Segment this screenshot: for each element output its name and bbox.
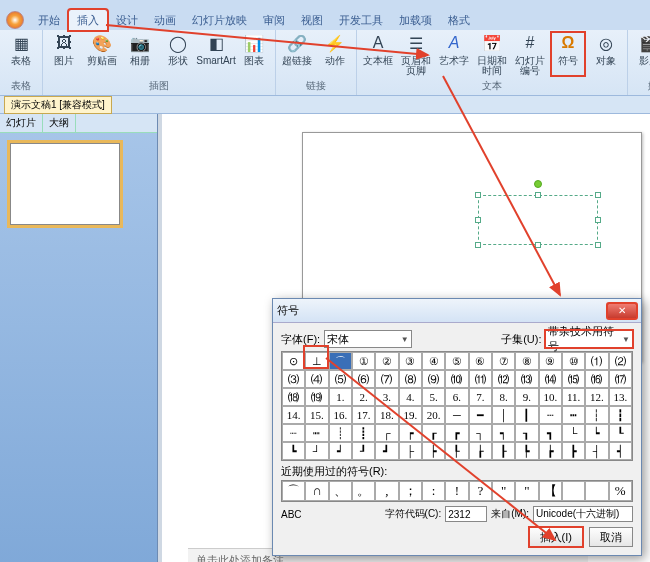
recent-symbol-cell[interactable]: " <box>515 481 538 501</box>
recent-symbol-cell[interactable] <box>585 481 608 501</box>
ribbon-action[interactable]: ⚡动作 <box>318 32 352 66</box>
ribbon-table[interactable]: ▦表格 <box>4 32 38 66</box>
symbol-cell[interactable]: ⑩ <box>562 352 585 370</box>
symbol-cell[interactable]: ┍ <box>399 424 422 442</box>
tab-start[interactable]: 开始 <box>30 10 68 31</box>
tab-design[interactable]: 设计 <box>108 10 146 31</box>
insert-button[interactable]: 插入(I) <box>529 527 583 547</box>
office-button[interactable] <box>6 11 24 29</box>
symbol-cell[interactable]: 13. <box>609 388 632 406</box>
slide-thumbnail-1[interactable] <box>10 143 120 225</box>
symbol-cell[interactable]: ⑴ <box>585 352 608 370</box>
symbol-cell[interactable]: ┏ <box>445 424 468 442</box>
symbol-cell[interactable]: ① <box>352 352 375 370</box>
symbol-cell[interactable]: ┠ <box>492 442 515 460</box>
symbol-cell[interactable]: ┙ <box>329 442 352 460</box>
symbol-cell[interactable]: └ <box>562 424 585 442</box>
recent-symbol-cell[interactable]: " <box>492 481 515 501</box>
symbol-cell[interactable]: ┒ <box>515 424 538 442</box>
symbol-cell[interactable]: 3. <box>375 388 398 406</box>
symbol-cell[interactable]: ┞ <box>445 442 468 460</box>
symbol-cell[interactable]: ┓ <box>539 424 562 442</box>
symbol-cell[interactable]: ┣ <box>562 442 585 460</box>
tab-dev[interactable]: 开发工具 <box>331 10 391 31</box>
panel-tab-slides[interactable]: 幻灯片 <box>0 114 43 132</box>
symbol-cell[interactable]: 12. <box>585 388 608 406</box>
tab-show[interactable]: 幻灯片放映 <box>184 10 255 31</box>
symbol-cell[interactable]: ┈ <box>282 424 305 442</box>
tab-review[interactable]: 审阅 <box>255 10 293 31</box>
symbol-cell[interactable]: ⒆ <box>305 388 328 406</box>
recent-symbol-cell[interactable]: 。 <box>352 481 375 501</box>
symbol-cell[interactable]: ┊ <box>329 424 352 442</box>
symbol-cell[interactable]: ⒄ <box>609 370 632 388</box>
ribbon-album[interactable]: 📷相册 <box>123 32 157 66</box>
ribbon-datetime[interactable]: 📅日期和时间 <box>475 32 509 76</box>
symbol-cell[interactable]: ③ <box>399 352 422 370</box>
ribbon-symbol[interactable]: Ω符号 <box>551 32 585 76</box>
recent-symbol-cell[interactable]: ! <box>445 481 468 501</box>
tab-addins[interactable]: 加载项 <box>391 10 440 31</box>
symbol-cell[interactable]: │ <box>492 406 515 424</box>
symbol-cell[interactable]: ┘ <box>305 442 328 460</box>
symbol-cell[interactable]: ⑥ <box>469 352 492 370</box>
symbol-cell[interactable]: 14. <box>282 406 305 424</box>
symbol-cell[interactable]: 1. <box>329 388 352 406</box>
symbol-cell[interactable]: ⑨ <box>539 352 562 370</box>
ribbon-hyperlink[interactable]: 🔗超链接 <box>280 32 314 66</box>
recent-symbol-cell[interactable]: ⌒ <box>282 481 305 501</box>
symbol-cell[interactable]: ⑦ <box>492 352 515 370</box>
symbol-cell[interactable]: 9. <box>515 388 538 406</box>
recent-symbol-cell[interactable]: ? <box>469 481 492 501</box>
symbol-cell[interactable]: ┚ <box>352 442 375 460</box>
ribbon-slidenum[interactable]: #幻灯片编号 <box>513 32 547 76</box>
symbol-cell[interactable]: 5. <box>422 388 445 406</box>
ribbon-chart[interactable]: 📊图表 <box>237 32 271 66</box>
tab-insert[interactable]: 插入 <box>68 9 108 31</box>
panel-tab-outline[interactable]: 大纲 <box>43 114 76 132</box>
recent-symbol-cell[interactable]: ； <box>399 481 422 501</box>
symbol-cell[interactable]: ⑺ <box>375 370 398 388</box>
symbol-cell[interactable]: 15. <box>305 406 328 424</box>
recent-symbol-cell[interactable]: 、 <box>329 481 352 501</box>
from-select[interactable]: Unicode(十六进制) <box>533 506 633 522</box>
document-tab[interactable]: 演示文稿1 [兼容模式] <box>4 96 112 114</box>
symbol-cell[interactable]: ┝ <box>422 442 445 460</box>
recent-symbol-cell[interactable]: % <box>609 481 632 501</box>
symbol-cell[interactable]: ┐ <box>469 424 492 442</box>
symbol-cell[interactable]: ⒁ <box>539 370 562 388</box>
symbol-cell[interactable]: 19. <box>399 406 422 424</box>
symbol-cell[interactable]: ② <box>375 352 398 370</box>
ribbon-smartart[interactable]: ◧SmartArt <box>199 32 233 66</box>
symbol-cell[interactable]: ┅ <box>562 406 585 424</box>
symbol-cell[interactable]: ┆ <box>585 406 608 424</box>
symbol-cell[interactable]: ┉ <box>305 424 328 442</box>
selected-shape[interactable] <box>478 195 598 245</box>
symbol-cell[interactable]: ┡ <box>515 442 538 460</box>
tab-anim[interactable]: 动画 <box>146 10 184 31</box>
symbol-cell[interactable]: 8. <box>492 388 515 406</box>
symbol-cell[interactable]: ┛ <box>375 442 398 460</box>
symbol-cell[interactable]: 20. <box>422 406 445 424</box>
tab-format[interactable]: 格式 <box>440 10 478 31</box>
symbol-cell[interactable]: ┌ <box>375 424 398 442</box>
symbol-cell[interactable]: ┟ <box>469 442 492 460</box>
symbol-cell[interactable]: ⌒ <box>329 352 352 370</box>
symbol-cell[interactable]: ⑵ <box>609 352 632 370</box>
symbol-cell[interactable]: ⒃ <box>585 370 608 388</box>
cancel-button[interactable]: 取消 <box>589 527 633 547</box>
ribbon-picture[interactable]: 🖼图片 <box>47 32 81 66</box>
symbol-cell[interactable]: 17. <box>352 406 375 424</box>
code-field[interactable]: 2312 <box>445 506 487 522</box>
recent-symbol-cell[interactable]: , <box>375 481 398 501</box>
symbol-cell[interactable]: ⑿ <box>492 370 515 388</box>
symbol-cell[interactable]: ⑶ <box>282 370 305 388</box>
symbol-cell[interactable]: ┋ <box>352 424 375 442</box>
symbol-cell[interactable]: 7. <box>469 388 492 406</box>
close-button[interactable]: ✕ <box>607 303 637 319</box>
ribbon-headerfooter[interactable]: ☰页眉和页脚 <box>399 32 433 76</box>
symbol-cell[interactable]: ⑾ <box>469 370 492 388</box>
recent-symbol-cell[interactable]: ∩ <box>305 481 328 501</box>
symbol-cell[interactable]: ⑧ <box>515 352 538 370</box>
recent-symbols[interactable]: ⌒∩、。,；:!?""【% <box>281 480 633 502</box>
